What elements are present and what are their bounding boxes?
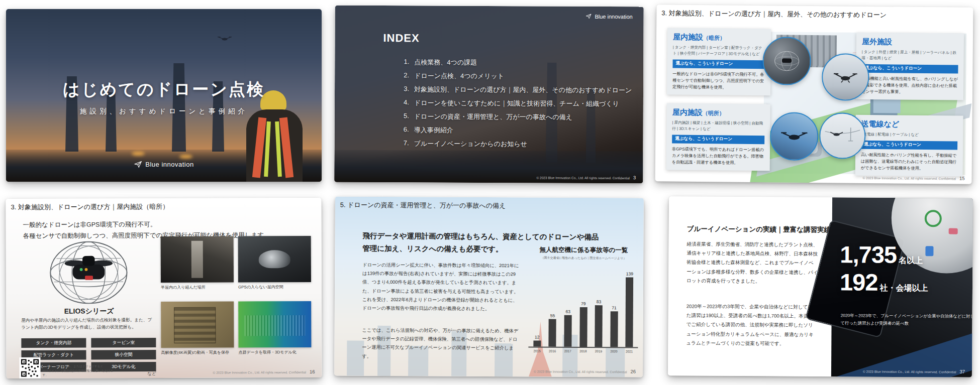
index-item[interactable]: 5.ドローンの資産・運用管理と、万が一の事故への備え	[400, 112, 632, 122]
stat-unit: 社・会場以上	[879, 283, 928, 294]
elios-caged-drone-image	[42, 238, 135, 307]
helmet-sticker	[925, 210, 942, 227]
body-paragraph: 2020年～2023年の3年間で、企業や自治体などに対して行った講習は190以上…	[686, 302, 818, 348]
copyright-text: © 2023 Blue Innovation Co., Ltd. All rig…	[537, 176, 630, 180]
plant-light	[179, 155, 192, 159]
card-tags: | タンク | 外壁 | 煙突 | 屋上・屋根 | ソーラーパネル | 鉄塔・基…	[862, 49, 958, 62]
bar-2019: 83	[593, 264, 605, 347]
card-body: 高い耐風性能とホバリング性能を有し、手動操縦では困難な、送電線等のたわみにそった…	[861, 152, 957, 172]
card-heading: 屋内施設（明所）	[672, 108, 765, 118]
use-case-chip: タンク・煙突内部	[21, 338, 86, 348]
slide-2-index[interactable]: Blue innovation INDEX 1.点検業務、4つの課題 2.ドロー…	[334, 6, 644, 184]
brand-name: Blue innovation	[145, 161, 193, 168]
photo-caption: 点群データを取得・3Dモデル化	[238, 349, 314, 355]
stat-unit: 名以上	[899, 255, 923, 266]
slide-3-selection-overview[interactable]: 3. 対象施設別、ドローンの選び方｜屋内、屋外、その他のおすすめドローン	[655, 5, 973, 184]
helmet-sticker	[949, 228, 958, 234]
drone-near-powerline-icon	[825, 125, 860, 146]
slide-title: 5. ドローンの資産・運用管理と、万が一の事故への備え	[340, 200, 506, 210]
index-item[interactable]: 6.導入事例紹介	[400, 125, 632, 136]
select-drone-bar: 選ぶなら、こういうドローン	[672, 135, 764, 144]
slide-grid: はじめてのドローン点検 施設別、おすすめドローンと事例紹介 Blue innov…	[0, 0, 980, 385]
slide-footer: © 2023 Blue Innovation Co., Ltd. All rig…	[863, 368, 965, 374]
text-panel: ブルーイノベーションの実績｜豊富な講習実績 経済産業省、厚生労働省、消防庁と連携…	[668, 196, 832, 376]
photo-caption: GPSの入らない屋内空間	[238, 284, 314, 290]
copyright-text: © 2023 Blue Innovation Co., Ltd. All rig…	[863, 370, 956, 374]
index-item[interactable]: 4.ドローンを使いこなすために｜知識と技術習得、チーム・組織づくり	[400, 98, 632, 108]
select-drone-bar: 選ぶなら、こういうドローン	[861, 141, 957, 150]
body-paragraph: ドローンの活用シーン拡大に伴い、事故件数は年々増加傾向に、2021年には139件…	[362, 261, 523, 314]
copyright-text: © 2023 Blue Innovation Co., Ltd. All rig…	[534, 369, 627, 373]
page-number: 37	[959, 369, 965, 374]
card-powerline: 送電線など | 送電線 | 配電線 | ケーブル | など 選ぶなら、こういうド…	[855, 115, 963, 177]
slide-4-indoor-dark-detail[interactable]: 3. 対象施設別、ドローンの選び方｜屋内施設（暗所） 一般的なドローンは非GPS…	[6, 198, 322, 378]
bar-2020: 71	[608, 264, 620, 347]
chart-title: 無人航空機に係る事故等の一覧	[529, 245, 638, 254]
slide-title: 3. 対象施設別、ドローンの選び方｜屋内施設（暗所）	[11, 202, 169, 212]
qr-block: QRコードを読み込み、またはクリックすると Webサイトにて製品紹介の詳細情報が…	[20, 358, 118, 377]
card-heading: 送電線など	[861, 119, 957, 130]
select-drone-bar: 選ぶなら、こういうドローン	[672, 59, 765, 69]
paper-plane-icon	[585, 13, 592, 20]
outdoor-drone-photo	[822, 53, 869, 101]
deck-subtitle: 施設別、おすすめドローンと事例紹介	[23, 107, 305, 116]
inspection-photo-2	[238, 236, 311, 283]
page-number: 3	[633, 175, 636, 180]
card-body: GPS機能と高い耐風性能を有し、ホバリングしながら撮影できる機体を使用。点検内容…	[861, 75, 958, 95]
index-item[interactable]: 2.ドローン点検、4つのメリット	[400, 71, 632, 81]
index-item[interactable]: 3.対象施設別、ドローンの選び方｜屋内、屋外、その他のおすすめドローン	[400, 85, 632, 95]
stats-block: 1,735 名以上 192 社・会場以上	[840, 240, 928, 297]
stat-value: 192	[840, 269, 878, 297]
drone-icon	[780, 130, 808, 143]
page-number: 16	[310, 369, 315, 374]
photo-caption: 半屋内の入り組んだ場所	[161, 284, 236, 290]
deck-title: はじめてのドローン点検	[23, 78, 305, 101]
chart-plot-area: 12 55 63 79 83 71 139	[528, 263, 638, 348]
inspection-photo-4	[238, 301, 311, 348]
card-body: 一般的なドローンは非GPS環境下の飛行不可。各種センサで自動制御しつつ、高照度照…	[672, 70, 765, 91]
stat-value: 1,735	[840, 240, 897, 269]
product-description: 屋内や半屋内の施設の入り組んだ場所の点検対象を撮影。また、プラント内部の3Dモデ…	[21, 317, 153, 331]
slide-title: ブルーイノベーションの実績｜豊富な講習実績	[687, 224, 831, 234]
card-tags: | タンク・煙突内部 | タービン室 | 配管ラック・ダクト | 狭小空間 | …	[673, 45, 765, 57]
pilot-photo-panel: 1,735 名以上 192 社・会場以上 2020年～2023年で、ブルーイノベ…	[831, 197, 973, 377]
drone-icon	[833, 70, 858, 83]
slide-6-training-results[interactable]: ブルーイノベーションの実績｜豊富な講習実績 経済産業省、厚生労働省、消防庁と連携…	[668, 196, 973, 377]
product-name: ELIOSシリーズ	[36, 307, 142, 316]
index-item[interactable]: 7.ブルーイノベーションからのお知らせ	[400, 139, 632, 149]
use-case-chip: タービン室	[91, 338, 156, 347]
indoor-dark-drone-photo	[762, 37, 811, 85]
slide-footer: © 2023 Blue Innovation Co., Ltd. All rig…	[213, 369, 315, 375]
stat-companies: 192 社・会場以上	[840, 269, 928, 297]
slide-1-title[interactable]: はじめてのドローン点検 施設別、おすすめドローンと事例紹介 Blue innov…	[6, 9, 322, 182]
stats-caption: 2020年～2023年で、ブルーイノベーションが企業や自治体などに対して行った講…	[841, 312, 973, 327]
indoor-bright-drone-photo	[770, 112, 819, 161]
chart-x-axis: 20152016 20172018 20192020 2021	[528, 349, 638, 353]
accident-bar-chart: 無人航空機に係る事故等の一覧 （国土交通省に報告のあったもの｜国交省ホームページ…	[528, 245, 638, 353]
card-outdoor: 屋外施設 | タンク | 外壁 | 煙突 | 屋上・屋根 | ソーラーパネル |…	[856, 33, 964, 100]
photo-caption: 高解像度(4K画質)の動画・写真を保存	[161, 349, 236, 355]
card-heading: 屋内施設（暗所）	[673, 33, 765, 43]
index-heading: INDEX	[383, 32, 419, 45]
inspection-photo-1	[161, 236, 234, 283]
inspection-photo-3	[161, 302, 234, 348]
brand-logo: Blue innovation	[134, 160, 193, 169]
slide-5-risk-management[interactable]: 5. ドローンの資産・運用管理と、万が一の事故への備え 飛行データや運用計画の管…	[334, 196, 644, 377]
slide-footer: © 2023 Blue Innovation Co., Ltd. All rig…	[537, 174, 636, 180]
card-tags: | 屋内施設 | 橋梁 | 土木・建設現場 | 狭小空間 | 自動飛行 | 3D…	[672, 120, 764, 133]
drone-silhouette-icon	[217, 35, 232, 42]
caged-drone-icon	[772, 49, 801, 72]
card-heading: 屋外施設	[862, 37, 958, 48]
plant-light	[132, 152, 145, 156]
brand-logo: Blue innovation	[585, 13, 632, 20]
card-tags: | 送電線 | 配電線 | ケーブル | など	[861, 132, 957, 138]
page-number: 26	[631, 368, 636, 374]
index-item[interactable]: 1.点検業務、4つの課題	[400, 58, 632, 68]
copyright-text: © 2023 Blue Innovation Co., Ltd. All rig…	[862, 176, 956, 181]
index-list: 1.点検業務、4つの課題 2.ドローン点検、4つのメリット 3.対象施設別、ドロ…	[400, 58, 632, 154]
slide-title: 3. 対象施設別、ドローンの選び方｜屋内、屋外、その他のおすすめドローン	[661, 9, 887, 20]
brand-name: Blue innovation	[595, 13, 632, 19]
copyright-text: © 2023 Blue Innovation Co., Ltd. All rig…	[213, 370, 306, 374]
card-indoor-dark: 屋内施設（暗所） | タンク・煙突内部 | タービン室 | 配管ラック・ダクト …	[667, 28, 771, 95]
qr-code[interactable]	[20, 358, 39, 377]
